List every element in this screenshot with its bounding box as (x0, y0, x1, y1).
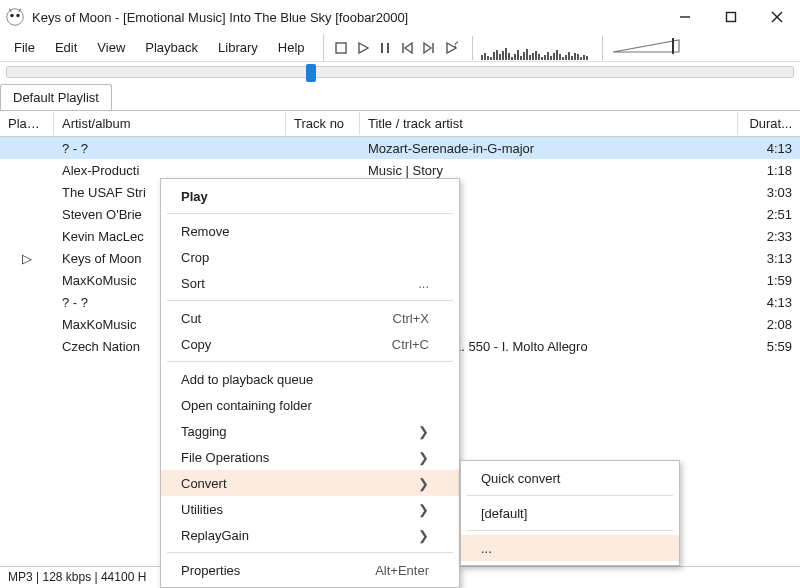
cell-duration: 3:03 (738, 183, 800, 202)
chevron-right-icon: ❯ (418, 502, 429, 517)
playing-indicator (0, 190, 54, 194)
spectrum-visualizer[interactable] (472, 36, 592, 60)
cell-duration: 2:33 (738, 227, 800, 246)
menu-help[interactable]: Help (268, 36, 315, 59)
ctx-tagging[interactable]: Tagging❯ (161, 418, 459, 444)
cell-duration: 1:18 (738, 161, 800, 180)
random-button[interactable]: ? (440, 37, 462, 59)
ctx-remove[interactable]: Remove (161, 218, 459, 244)
svg-rect-4 (727, 13, 736, 22)
ctx-copy[interactable]: CopyCtrl+C (161, 331, 459, 357)
seek-thumb[interactable] (306, 64, 316, 82)
tab-default-playlist[interactable]: Default Playlist (0, 84, 112, 110)
cell-artist: Alex-Producti (54, 161, 286, 180)
ctx-file-operations[interactable]: File Operations❯ (161, 444, 459, 470)
stop-button[interactable] (330, 37, 352, 59)
title-bar: Keys of Moon - [Emotional Music] Into Th… (0, 0, 800, 34)
ctx-add-queue[interactable]: Add to playback queue (161, 366, 459, 392)
ctx-properties[interactable]: PropertiesAlt+Enter (161, 557, 459, 583)
ctx-quick-convert[interactable]: Quick convert (461, 465, 679, 491)
svg-text:?: ? (452, 41, 458, 50)
pause-button[interactable] (374, 37, 396, 59)
svg-marker-12 (405, 43, 412, 53)
playing-indicator (0, 322, 54, 326)
ctx-convert-default[interactable]: [default] (461, 500, 679, 526)
menu-edit[interactable]: Edit (45, 36, 87, 59)
play-button[interactable] (352, 37, 374, 59)
menu-view[interactable]: View (87, 36, 135, 59)
cell-duration: 4:13 (738, 293, 800, 312)
playing-indicator: ▷ (0, 249, 54, 268)
separator (167, 213, 453, 214)
window-title: Keys of Moon - [Emotional Music] Into Th… (32, 10, 662, 25)
svg-point-2 (16, 14, 19, 17)
cell-duration: 2:08 (738, 315, 800, 334)
separator (167, 552, 453, 553)
svg-point-0 (7, 9, 24, 26)
ctx-convert[interactable]: Convert❯ (161, 470, 459, 496)
separator (467, 495, 673, 496)
playing-indicator (0, 168, 54, 172)
cell-duration: 5:59 (738, 337, 800, 356)
col-duration[interactable]: Durat... (738, 112, 800, 135)
chevron-right-icon: ❯ (418, 476, 429, 491)
ctx-cut[interactable]: CutCtrl+X (161, 305, 459, 331)
menu-file[interactable]: File (4, 36, 45, 59)
playing-indicator (0, 146, 54, 150)
cell-artist: ? - ? (54, 139, 286, 158)
separator (167, 300, 453, 301)
playing-indicator (0, 212, 54, 216)
col-trackno[interactable]: Track no (286, 112, 360, 135)
ctx-convert-more[interactable]: ... (461, 535, 679, 561)
previous-button[interactable] (396, 37, 418, 59)
cell-title: Music | Story (360, 161, 738, 180)
svg-rect-7 (336, 43, 346, 53)
convert-submenu: Quick convert [default] ... (460, 460, 680, 566)
cell-trackno (286, 168, 360, 172)
ctx-open-folder[interactable]: Open containing folder (161, 392, 459, 418)
svg-marker-8 (359, 43, 368, 53)
cell-duration: 3:13 (738, 249, 800, 268)
toolbar: ? (323, 34, 462, 61)
ctx-replaygain[interactable]: ReplayGain❯ (161, 522, 459, 548)
chevron-right-icon: ❯ (418, 424, 429, 439)
chevron-right-icon: ❯ (418, 450, 429, 465)
column-headers: Playi... Artist/album Track no Title / t… (0, 111, 800, 137)
cell-title: Mozart-Serenade-in-G-major (360, 139, 738, 158)
volume-slider[interactable] (602, 36, 682, 60)
seek-bar[interactable] (0, 62, 800, 84)
context-menu: Play Remove Crop Sort... CutCtrl+X CopyC… (160, 178, 460, 588)
menu-library[interactable]: Library (208, 36, 268, 59)
separator (467, 530, 673, 531)
svg-marker-17 (613, 40, 679, 52)
table-row[interactable]: ? - ?Mozart-Serenade-in-G-major4:13 (0, 137, 800, 159)
cell-trackno (286, 146, 360, 150)
chevron-right-icon: ❯ (418, 528, 429, 543)
playing-indicator (0, 234, 54, 238)
minimize-button[interactable] (662, 2, 708, 32)
next-button[interactable] (418, 37, 440, 59)
playing-indicator (0, 278, 54, 282)
playlist-tabs: Default Playlist (0, 84, 800, 111)
maximize-button[interactable] (708, 2, 754, 32)
cell-duration: 2:51 (738, 205, 800, 224)
ctx-crop[interactable]: Crop (161, 244, 459, 270)
playing-indicator (0, 344, 54, 348)
menu-bar: File Edit View Playback Library Help ? (0, 34, 800, 62)
app-icon (6, 8, 24, 26)
menu-playback[interactable]: Playback (135, 36, 208, 59)
col-artist[interactable]: Artist/album (54, 112, 286, 135)
cell-duration: 4:13 (738, 139, 800, 158)
playing-indicator (0, 300, 54, 304)
svg-marker-13 (424, 43, 431, 53)
separator (167, 361, 453, 362)
ctx-play[interactable]: Play (161, 183, 459, 209)
col-playing[interactable]: Playi... (0, 112, 54, 135)
svg-point-1 (10, 14, 13, 17)
cell-duration: 1:59 (738, 271, 800, 290)
ctx-sort: Sort... (161, 270, 459, 296)
close-button[interactable] (754, 2, 800, 32)
col-title[interactable]: Title / track artist (360, 112, 738, 135)
ctx-utilities[interactable]: Utilities❯ (161, 496, 459, 522)
